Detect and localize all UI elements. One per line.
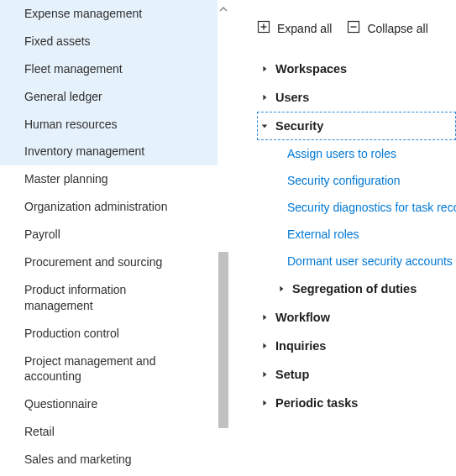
tree-node-label: Periodic tasks	[275, 396, 358, 410]
expand-all-button[interactable]: Expand all	[257, 20, 332, 36]
module-item[interactable]: General ledger	[0, 83, 218, 111]
caret-right-icon	[260, 313, 269, 322]
tree-link[interactable]: External roles	[257, 221, 456, 248]
collapse-all-icon	[347, 20, 360, 36]
module-item[interactable]: Fleet management	[0, 55, 218, 83]
expand-all-icon	[257, 20, 270, 36]
tree-node-label: Users	[275, 91, 309, 104]
tree-node[interactable]: Periodic tasks	[257, 389, 456, 417]
module-item-label: Payroll	[24, 228, 60, 241]
tree-subnode[interactable]: Segregation of duties	[257, 275, 456, 303]
tree-node-label: Workspaces	[275, 62, 347, 76]
tree-link[interactable]: Assign users to roles	[257, 140, 456, 167]
module-item[interactable]: Sales and marketing	[0, 446, 218, 473]
collapse-all-label: Collapse all	[367, 22, 427, 35]
caret-right-icon	[277, 285, 286, 293]
tree-node-label: Inquiries	[275, 339, 326, 353]
tree-link[interactable]: Security diagnostics for task recordings	[257, 194, 456, 221]
module-item[interactable]: Production control	[0, 320, 218, 348]
tree-node[interactable]: Users	[257, 83, 456, 112]
navigation-tree: WorkspacesUsersSecurityAssign users to r…	[257, 55, 456, 417]
modules-sidebar: Expense managementFixed assetsFleet mana…	[0, 0, 228, 476]
module-item-label: Project management and accounting	[24, 354, 155, 384]
scrollbar-thumb[interactable]	[218, 252, 228, 428]
module-item[interactable]: Product information management	[0, 276, 218, 320]
module-item-label: Retail	[24, 425, 55, 438]
caret-right-icon	[260, 93, 269, 102]
modules-list: Expense managementFixed assetsFleet mana…	[0, 0, 218, 476]
module-item[interactable]: Inventory management	[0, 138, 218, 165]
module-item[interactable]: Expense management	[0, 0, 218, 28]
module-item-label: Expense management	[24, 7, 142, 20]
caret-right-icon	[260, 399, 269, 407]
module-item-label: General ledger	[24, 90, 102, 103]
module-item[interactable]: Master planning	[0, 165, 218, 193]
module-item[interactable]: Project management and accounting	[0, 348, 218, 391]
module-item[interactable]: Fixed assets	[0, 28, 218, 55]
collapse-all-button[interactable]: Collapse all	[347, 20, 427, 36]
module-item-label: Questionnaire	[24, 397, 97, 411]
caret-right-icon	[260, 65, 269, 73]
module-item-label: Product information management	[24, 283, 126, 312]
module-item[interactable]: Retail	[0, 418, 218, 446]
caret-right-icon	[260, 342, 269, 350]
module-item-label: Procurement and sourcing	[24, 255, 162, 269]
expand-all-label: Expand all	[277, 22, 332, 35]
module-item-label: Sales and marketing	[24, 452, 132, 466]
module-item-label: Human resources	[24, 118, 118, 131]
module-item-label: Master planning	[24, 172, 108, 186]
tree-node-label: Security	[275, 119, 323, 133]
module-item-label: Fleet management	[24, 62, 123, 76]
tree-node[interactable]: Workflow	[257, 303, 456, 332]
module-item[interactable]: Procurement and sourcing	[0, 248, 218, 276]
module-item-label: Inventory management	[24, 144, 144, 158]
module-item-label: Organization administration	[24, 200, 167, 213]
tree-subnode-label: Segregation of duties	[292, 282, 417, 296]
caret-down-icon	[260, 122, 269, 130]
module-item-label: Fixed assets	[24, 34, 91, 48]
tree-node-label: Setup	[275, 368, 309, 381]
scrollbar-track[interactable]	[218, 0, 228, 476]
tree-node[interactable]: Workspaces	[257, 55, 456, 83]
tree-node[interactable]: Setup	[257, 360, 456, 389]
tree-node[interactable]: Inquiries	[257, 332, 456, 360]
module-item[interactable]: Organization administration	[0, 193, 218, 221]
caret-right-icon	[260, 370, 269, 379]
module-item[interactable]: Human resources	[0, 111, 218, 139]
module-item[interactable]: Questionnaire	[0, 390, 218, 418]
module-item[interactable]: Payroll	[0, 221, 218, 248]
tree-node-label: Workflow	[275, 311, 330, 324]
scrollbar-up-arrow[interactable]	[218, 2, 228, 17]
tree-link[interactable]: Security configuration	[257, 167, 456, 194]
content-panel: Expand all Collapse all WorkspacesUsersS…	[228, 0, 456, 476]
actions-bar: Expand all Collapse all	[257, 0, 456, 55]
module-item-label: Production control	[24, 327, 119, 340]
tree-node[interactable]: Security	[257, 112, 456, 140]
tree-link[interactable]: Dormant user security accounts	[257, 248, 456, 275]
